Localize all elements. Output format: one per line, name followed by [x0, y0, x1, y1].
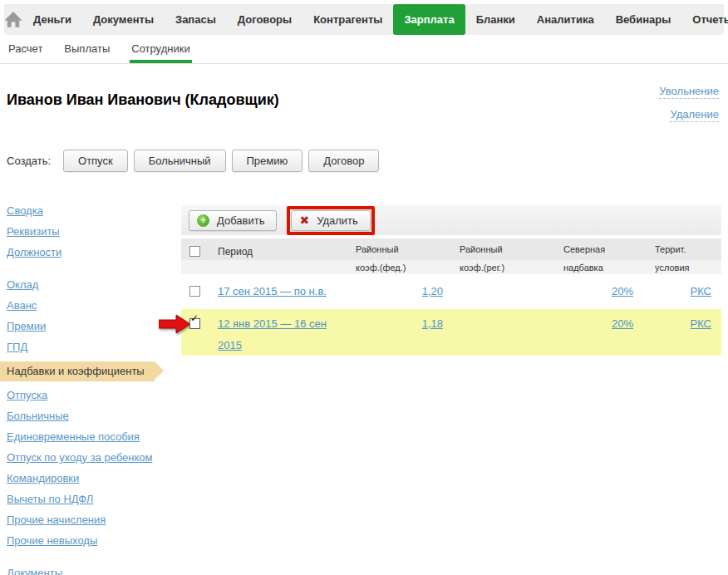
fed-coef-link[interactable]: 1,18	[422, 317, 443, 330]
allowances-panel: + Добавить ✖ Удалить ✓ Период Районный Р…	[181, 205, 721, 356]
row-checkbox[interactable]: ✓	[189, 286, 200, 297]
sidebar-item-dolzhnosti[interactable]: Должности	[7, 246, 181, 258]
nav-item-otchety[interactable]: Отчеты	[681, 4, 728, 35]
create-sickleave-button[interactable]: Больничный	[134, 150, 226, 172]
sidebar-item-otpusk-po-ukhodu[interactable]: Отпуск по уходу за ребенком	[7, 451, 181, 464]
column-header-north-line1: Северная	[555, 244, 647, 254]
employee-actions: Увольнение Удаление	[659, 83, 719, 130]
table-toolbar: + Добавить ✖ Удалить	[181, 205, 721, 235]
section-tabs: Расчет Выплаты Сотрудники	[0, 35, 728, 64]
tab-vyplaty[interactable]: Выплаты	[62, 36, 111, 63]
sidebar-item-vychety-ndfl[interactable]: Вычеты по НДФЛ	[7, 493, 181, 505]
sidebar-item-edinovremennye-posobiya[interactable]: Единовременные пособия	[7, 430, 181, 443]
home-button[interactable]	[4, 4, 22, 35]
delete-button[interactable]: ✖ Удалить	[291, 210, 370, 231]
table-row-highlighted: ✓ 12 янв 2015 — 16 сен 2015 1,18 20% РКС	[181, 309, 721, 356]
sidebar-item-dokumenty[interactable]: Документы	[7, 567, 181, 575]
north-allowance-link[interactable]: 20%	[612, 317, 633, 330]
add-button-label: Добавить	[217, 214, 264, 227]
nav-item-dogovory[interactable]: Договоры	[227, 4, 303, 35]
create-contract-button[interactable]: Договор	[308, 150, 379, 172]
column-header-terr-line1: Террит.	[647, 244, 721, 254]
column-header-reg-line2: коэф.(рег.)	[451, 263, 555, 273]
nav-item-analitika[interactable]: Аналитика	[526, 4, 605, 35]
plus-icon: +	[197, 214, 209, 227]
tab-raschet[interactable]: Расчет	[7, 36, 44, 63]
sidebar-item-nadbavki-active[interactable]: Надбавки и коэффициенты	[0, 361, 155, 381]
table-row: ✓ 17 сен 2015 — по н.в. 1,20 20% РКС	[181, 274, 721, 309]
nav-item-dokumenty[interactable]: Документы	[82, 4, 165, 35]
nav-item-dengi[interactable]: Деньги	[22, 4, 82, 35]
select-all-checkbox[interactable]: ✓	[189, 246, 200, 257]
create-vacation-button[interactable]: Отпуск	[63, 150, 128, 172]
sidebar-item-prochie-nevykhody[interactable]: Прочие невыходы	[7, 534, 181, 547]
deletion-link[interactable]: Удаление	[670, 108, 719, 122]
table-header-line1: ✓ Период Районный Районный Северная Терр…	[181, 238, 721, 260]
period-link[interactable]: 17 сен 2015 — по н.в.	[218, 281, 327, 302]
create-bonus-button[interactable]: Премию	[232, 150, 303, 172]
annotation-arrow-icon	[159, 313, 192, 335]
create-label: Создать:	[7, 155, 51, 167]
delete-button-label: Удалить	[317, 214, 358, 227]
reg-coef-cell	[451, 309, 555, 356]
sidebar-item-avans[interactable]: Аванс	[7, 299, 181, 312]
terr-conditions-link[interactable]: РКС	[691, 317, 712, 330]
sidebar-item-oklad[interactable]: Оклад	[7, 278, 181, 291]
page-title: Иванов Иван Иванович (Кладовщик)	[7, 91, 279, 109]
reg-coef-cell	[451, 274, 555, 309]
sidebar-item-gpd[interactable]: ГПД	[7, 341, 181, 353]
nav-item-kontragenty[interactable]: Контрагенты	[303, 4, 393, 35]
row-checkbox[interactable]: ✓	[189, 318, 200, 329]
column-header-terr-line2: условия	[647, 263, 721, 273]
nav-item-blanki[interactable]: Бланки	[465, 4, 526, 35]
nav-item-zarplata[interactable]: Зарплата	[393, 4, 465, 35]
cross-icon: ✖	[299, 214, 309, 227]
home-icon	[4, 12, 22, 28]
nav-item-vebinary[interactable]: Вебинары	[605, 4, 682, 35]
create-row: Создать: Отпуск Больничный Премию Догово…	[7, 150, 385, 172]
sidebar-item-premii[interactable]: Премии	[7, 320, 181, 332]
table-header-line2: коэф.(фед.) коэф.(рег.) надбавка условия	[181, 260, 721, 274]
sidebar-item-komandirovki[interactable]: Командировки	[7, 472, 181, 484]
column-header-period: Период	[209, 246, 347, 260]
column-header-fed-line2: коэф.(фед.)	[347, 263, 451, 273]
period-link[interactable]: 12 янв 2015 — 16 сен 2015	[218, 313, 347, 356]
annotation-highlight-box: ✖ Удалить	[287, 206, 374, 235]
sidebar: Сводка Реквизиты Должности Оклад Аванс П…	[0, 204, 181, 575]
top-navigation: Деньги Документы Запасы Договоры Контраг…	[4, 4, 724, 35]
column-header-reg-line1: Районный	[451, 244, 555, 254]
sidebar-item-otpuska[interactable]: Отпуска	[7, 389, 181, 401]
column-header-north-line2: надбавка	[555, 263, 647, 273]
sidebar-item-rekvizity[interactable]: Реквизиты	[7, 225, 181, 238]
tab-sotrudniki[interactable]: Сотрудники	[130, 36, 191, 63]
nav-item-zapasy[interactable]: Запасы	[165, 4, 227, 35]
add-button[interactable]: + Добавить	[189, 210, 277, 231]
sidebar-item-prochie-nachisleniya[interactable]: Прочие начисления	[7, 514, 181, 526]
sidebar-item-svodka[interactable]: Сводка	[7, 204, 181, 217]
column-header-fed-line1: Районный	[347, 244, 451, 254]
fed-coef-link[interactable]: 1,20	[422, 285, 443, 297]
sidebar-item-bolnichnye[interactable]: Больничные	[7, 410, 181, 422]
dismissal-link[interactable]: Увольнение	[659, 85, 719, 99]
north-allowance-link[interactable]: 20%	[612, 285, 633, 297]
terr-conditions-link[interactable]: РКС	[691, 285, 712, 297]
